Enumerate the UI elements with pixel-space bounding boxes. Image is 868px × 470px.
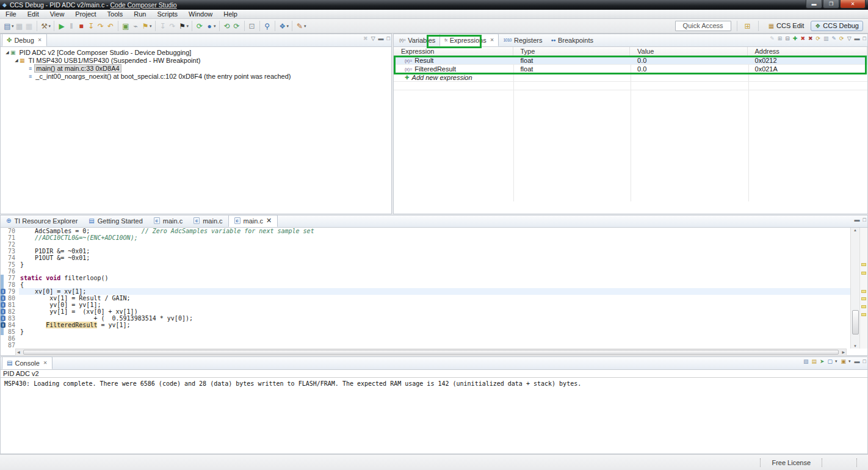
menu-item-view[interactable]: View [45,10,70,18]
asm-step-into-icon[interactable]: ↧ [158,21,168,32]
tab-main-c-1[interactable]: cmain.c [148,215,188,227]
flush-icon[interactable]: ⚑ [178,21,187,32]
ccs-edit-perspective-button[interactable]: ▦CCS Edit [764,21,809,31]
restart-icon[interactable]: ▣ [121,21,131,32]
tab-debug[interactable]: ✤ Debug ✕ [2,34,47,46]
vertical-scrollbar[interactable]: ▲▼ [850,228,859,349]
step-into-icon[interactable]: ↧ [86,21,96,32]
build-icon[interactable]: ⚒ [40,21,49,32]
code-gutter[interactable]: i [1,288,7,295]
minimize-icon[interactable]: ▬ [855,35,860,42]
menu-item-project[interactable]: Project [70,10,101,18]
collapse-all-icon[interactable]: ⊟ [785,35,790,42]
occurrence-marker[interactable] [861,263,866,266]
code-gutter[interactable] [1,275,7,281]
debug-tree-item[interactable]: ≡main() at main.c:33 0xD8A4 [1,64,391,72]
maximize-icon[interactable]: □ [387,35,390,42]
close-window-button[interactable]: ✕ [840,0,866,9]
occurrence-marker[interactable] [861,313,866,316]
breakpoint-info-icon[interactable]: i [1,316,5,321]
expression-row[interactable]: (x)=Resultfloat0.00x0212 [394,56,867,65]
view-menu-icon[interactable]: ▽ [371,35,375,42]
dropdown-arrow-icon[interactable]: ▾ [835,359,837,364]
target-config-icon[interactable]: ● [204,21,214,32]
dropdown-arrow-icon[interactable]: ▾ [49,24,51,29]
breakpoint-info-icon[interactable]: i [1,289,5,294]
code-gutter[interactable] [1,241,7,248]
search-icon[interactable]: ⚲ [262,21,272,32]
scrollbar-thumb[interactable] [23,350,839,355]
remove-all-expressions-icon[interactable]: ✖ [808,35,813,42]
asm-step-over-icon[interactable]: ↷ [168,21,178,32]
code-gutter[interactable] [1,342,7,349]
code-gutter[interactable]: i [1,308,7,315]
tab-main-c-2[interactable]: cmain.c [188,215,228,227]
minimize-window-button[interactable]: ▬ [806,0,822,9]
code-gutter[interactable] [1,255,7,261]
close-icon[interactable]: ✕ [43,360,48,366]
display-console-icon[interactable]: ▢ [828,358,833,364]
code-gutter[interactable]: i [1,295,7,302]
tab-expressions[interactable]: fxExpressions✕ [439,34,499,46]
refresh-icon[interactable]: ⟳ [195,21,204,32]
horizontal-scrollbar[interactable]: ◀▶ [15,349,847,356]
code-gutter[interactable] [1,234,7,241]
quick-access-button[interactable]: Quick Access [675,21,731,31]
maximize-icon[interactable]: □ [863,217,866,223]
remove-all-terminated-icon[interactable]: ✖ [363,35,368,42]
debug-config-icon[interactable]: ❖ [278,21,288,32]
occurrence-marker[interactable] [861,305,866,308]
code-gutter[interactable] [1,328,7,335]
dropdown-arrow-icon[interactable]: ▾ [150,24,152,29]
column-header-type[interactable]: Type [513,47,631,56]
occurrence-marker[interactable] [861,290,866,293]
code-gutter[interactable]: i [1,302,7,308]
code-gutter[interactable] [1,261,7,268]
maximize-icon[interactable]: □ [863,358,866,364]
close-icon[interactable]: ✕ [266,217,272,225]
tab-console[interactable]: ▤ Console ✕ [2,356,52,369]
view-menu-icon[interactable]: ▽ [847,35,852,42]
menu-item-edit[interactable]: Edit [22,10,45,18]
dropdown-arrow-icon[interactable]: ▾ [287,24,289,29]
dropdown-arrow-icon[interactable]: ▾ [304,24,306,29]
code-editor[interactable]: 70 AdcSamples = 0; // Zero AdcSamples va… [1,228,850,349]
menu-item-scripts[interactable]: Scripts [151,10,183,18]
dropdown-arrow-icon[interactable]: ▾ [848,359,851,364]
menu-item-tools[interactable]: Tools [102,10,129,18]
dropdown-arrow-icon[interactable]: ▾ [214,24,216,29]
menu-item-file[interactable]: File [0,10,22,18]
breakpoint-info-icon[interactable]: i [1,322,5,328]
close-icon[interactable]: ✕ [490,37,494,43]
breakpoint-info-icon[interactable]: i [1,309,5,314]
back-icon[interactable]: ⟲ [222,21,232,32]
scroll-up-icon[interactable]: ▲ [851,228,859,232]
debug-tree-item[interactable]: ◢▦TI MSP430 USB1/MSP430 (Suspended - HW … [1,56,391,64]
refresh-values-icon[interactable]: ⟳ [816,35,820,42]
scroll-down-icon[interactable]: ▼ [851,344,859,348]
show-logical-structure-icon[interactable]: ⊞ [778,35,783,42]
code-gutter[interactable] [1,228,7,234]
minimize-icon[interactable]: ▬ [378,35,384,42]
show-type-names-icon[interactable]: ✎ [770,35,775,42]
occurrence-marker[interactable] [861,272,866,275]
tab-main-c-3[interactable]: cmain.c✕ [228,215,278,227]
code-gutter[interactable] [1,335,7,342]
clear-console-icon[interactable]: ▧ [803,358,809,364]
add-new-expression-row[interactable]: ✚Add new expression [394,73,867,82]
tab-registers[interactable]: 1010Registers [499,34,546,46]
suspend-icon[interactable]: ‖ [67,21,76,32]
debug-tree-item[interactable]: ◢▣PID ADC v2 [Code Composer Studio - Dev… [1,48,391,56]
expression-row[interactable]: (x)=FilteredResultfloat0.00x021A [394,65,867,73]
connect-target-icon[interactable]: ⌁ [131,21,140,32]
code-gutter[interactable] [1,248,7,255]
open-perspective-icon[interactable]: ⊞ [743,21,753,32]
scroll-left-icon[interactable]: ◀ [17,349,20,356]
code-gutter[interactable] [1,281,7,288]
step-over-icon[interactable]: ↷ [96,21,106,32]
maximize-icon[interactable]: □ [863,35,866,42]
save-icon[interactable]: ▦ [15,21,24,32]
menu-item-window[interactable]: Window [183,10,218,18]
dropdown-arrow-icon[interactable]: ▾ [12,24,14,29]
terminate-icon[interactable]: ■ [76,21,86,32]
